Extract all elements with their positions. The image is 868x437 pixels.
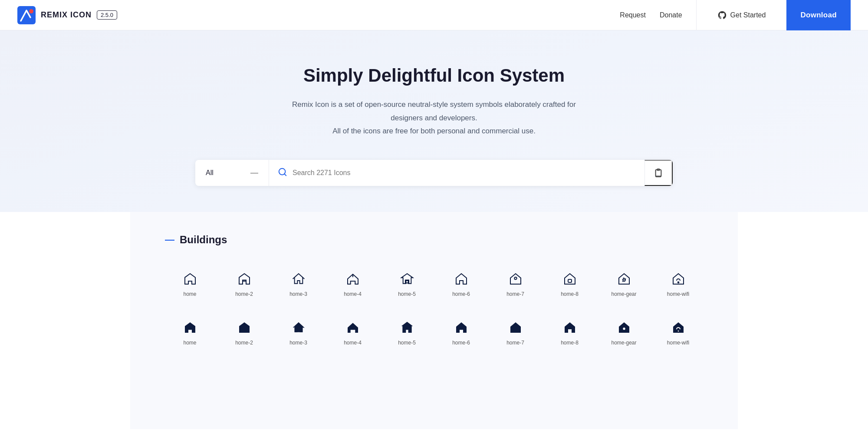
- svg-point-12: [677, 281, 679, 283]
- home-7-fill-icon: [508, 320, 523, 335]
- icon-label: home-8: [561, 340, 579, 346]
- home-5-fill-icon: [399, 320, 415, 335]
- navbar: REMIX ICON 2.5.0 Request Donate Get Star…: [0, 0, 868, 30]
- category-select[interactable]: All —: [195, 160, 269, 186]
- version-badge: 2.5.0: [97, 10, 117, 20]
- brand-name: REMIX ICON: [41, 10, 92, 20]
- svg-point-9: [514, 277, 516, 279]
- icon-label: home-4: [344, 291, 362, 297]
- category-title: Buildings: [180, 234, 227, 246]
- outline-icons-grid: home home-2 home-3 home-4: [165, 263, 703, 303]
- icon-label: home: [183, 291, 196, 297]
- icon-label: home-wifi: [667, 340, 689, 346]
- minus-icon: —: [250, 168, 258, 177]
- home-8-icon: [562, 271, 578, 287]
- home-3-icon: [291, 271, 306, 287]
- home-2-fill-icon: [237, 320, 252, 335]
- home-5-icon: [399, 271, 415, 287]
- navbar-right: Request Donate Get Started Download: [620, 0, 851, 30]
- request-link[interactable]: Request: [620, 11, 646, 19]
- icon-home-gear-fill[interactable]: home-gear: [599, 312, 649, 352]
- icon-home-8-fill[interactable]: home-8: [545, 312, 595, 352]
- icon-home-5[interactable]: home-5: [382, 263, 432, 303]
- svg-point-1: [29, 9, 33, 13]
- icon-label: home-5: [398, 340, 416, 346]
- svg-point-14: [677, 330, 679, 331]
- icon-label: home: [183, 340, 196, 346]
- icon-home-8[interactable]: home-8: [545, 263, 595, 303]
- svg-rect-0: [17, 6, 36, 24]
- donate-link[interactable]: Donate: [660, 11, 682, 19]
- icon-label: home-gear: [611, 291, 636, 297]
- home-6-icon: [454, 271, 469, 287]
- icon-home-4-fill[interactable]: home-4: [328, 312, 378, 352]
- home-fill-icon: [182, 320, 198, 335]
- icon-label: home-6: [452, 340, 470, 346]
- icon-home-6-fill[interactable]: home-6: [436, 312, 486, 352]
- icon-home-7-fill[interactable]: home-7: [490, 312, 540, 352]
- icon-label: home-gear: [611, 340, 636, 346]
- main-content: — Buildings home home-2 home-3: [130, 212, 738, 429]
- icon-label: home-5: [398, 291, 416, 297]
- icon-home-wifi-fill[interactable]: home-wifi: [653, 312, 703, 352]
- home-6-fill-icon: [454, 320, 469, 335]
- icon-label: home-8: [561, 291, 579, 297]
- icon-home-3-fill[interactable]: home-3: [273, 312, 323, 352]
- download-button[interactable]: Download: [786, 0, 851, 30]
- logo-icon: [17, 6, 36, 24]
- search-container: All —: [195, 160, 673, 186]
- icon-home-6[interactable]: home-6: [436, 263, 486, 303]
- category-heading: — Buildings: [165, 234, 703, 246]
- icon-label: home-7: [506, 291, 524, 297]
- home-4-fill-icon: [345, 320, 361, 335]
- home-gear-icon: [616, 271, 632, 287]
- icon-label: home-2: [235, 340, 253, 346]
- svg-line-3: [284, 174, 286, 175]
- navbar-left: REMIX ICON 2.5.0: [17, 6, 117, 24]
- hero-description: Remix Icon is a set of open-source neutr…: [282, 98, 586, 138]
- icon-home-fill[interactable]: home: [165, 312, 215, 352]
- search-icon: [278, 167, 287, 179]
- hero-section: Simply Delightful Icon System Remix Icon…: [0, 30, 868, 212]
- icon-home-4[interactable]: home-4: [328, 263, 378, 303]
- icon-home-wifi[interactable]: home-wifi: [653, 263, 703, 303]
- filled-icons-grid: home home-2 home-3 home-4: [165, 312, 703, 352]
- github-icon: [717, 10, 727, 20]
- icon-home-gear[interactable]: home-gear: [599, 263, 649, 303]
- icon-home[interactable]: home: [165, 263, 215, 303]
- icon-label: home-3: [289, 291, 307, 297]
- icon-label: home-3: [289, 340, 307, 346]
- icon-label: home-7: [506, 340, 524, 346]
- icon-label: home-4: [344, 340, 362, 346]
- home-icon: [182, 271, 198, 287]
- home-8-fill-icon: [562, 320, 578, 335]
- svg-point-13: [623, 328, 625, 330]
- home-2-icon: [237, 271, 252, 287]
- icon-home-5-fill[interactable]: home-5: [382, 312, 432, 352]
- home-4-icon: [345, 271, 361, 287]
- icon-home-2[interactable]: home-2: [219, 263, 269, 303]
- icon-label: home-2: [235, 291, 253, 297]
- icon-home-2-fill[interactable]: home-2: [219, 312, 269, 352]
- get-started-button[interactable]: Get Started: [710, 10, 773, 20]
- home-7-icon: [508, 271, 523, 287]
- search-field: [269, 160, 644, 186]
- home-wifi-fill-icon: [671, 320, 686, 335]
- home-wifi-icon: [671, 271, 686, 287]
- home-3-fill-icon: [291, 320, 306, 335]
- search-input[interactable]: [293, 169, 636, 177]
- clipboard-icon: [654, 168, 663, 178]
- category-label: All: [206, 169, 214, 177]
- category-collapse-icon[interactable]: —: [165, 234, 174, 245]
- icon-label: home-6: [452, 291, 470, 297]
- home-gear-fill-icon: [616, 320, 632, 335]
- svg-rect-10: [568, 279, 572, 282]
- clipboard-button[interactable]: [644, 160, 673, 186]
- nav-divider: [696, 0, 697, 30]
- icon-home-3[interactable]: home-3: [273, 263, 323, 303]
- hero-title: Simply Delightful Icon System: [17, 65, 851, 86]
- icon-label: home-wifi: [667, 291, 689, 297]
- icon-home-7[interactable]: home-7: [490, 263, 540, 303]
